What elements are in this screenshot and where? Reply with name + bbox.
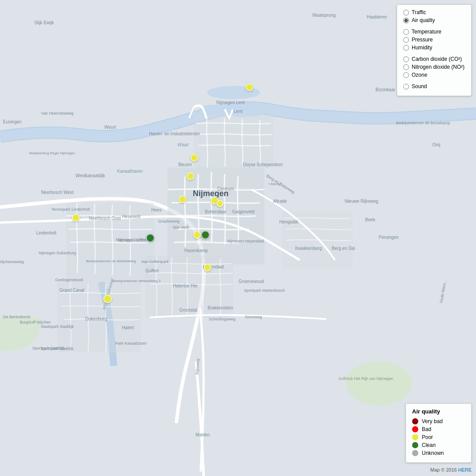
- svg-text:Wijchenseweg: Wijchenseweg: [0, 260, 24, 264]
- sensor-8[interactable]: [193, 231, 201, 239]
- svg-text:Nije Veld: Nije Veld: [173, 225, 189, 230]
- svg-text:Malden: Malden: [196, 432, 210, 437]
- svg-text:Nijmegen: Nijmegen: [193, 189, 228, 198]
- aq-clean-dot: [412, 442, 418, 448]
- svg-text:Grootstal: Grootstal: [179, 308, 197, 312]
- separator-1: [403, 25, 465, 29]
- svg-text:Scheidingsweg: Scheidingsweg: [209, 317, 236, 321]
- svg-text:Groenewoud: Groenewoud: [238, 279, 264, 284]
- layer-temperature-label: Temperature: [412, 29, 441, 35]
- svg-text:Bedrijventerrein Winkelsteeg 3: Bedrijventerrein Winkelsteeg 3: [113, 279, 161, 283]
- layer-temperature-radio[interactable]: [403, 29, 409, 35]
- svg-text:Waalsprong: Waalsprong: [312, 13, 336, 18]
- svg-text:Haven- en Industrieterrein: Haven- en Industrieterrein: [149, 131, 200, 136]
- separator-2: [403, 52, 465, 56]
- layer-ozone[interactable]: Ozone: [403, 72, 465, 78]
- aq-poor-dot: [412, 434, 418, 440]
- aq-clean-label: Clean: [422, 442, 435, 448]
- svg-text:Hatertse Hei: Hatertse Hei: [173, 283, 197, 288]
- sensor-1[interactable]: [245, 83, 253, 91]
- svg-text:Het Goffertpark: Het Goffertpark: [141, 260, 169, 264]
- layer-temperature[interactable]: Temperature: [403, 29, 465, 35]
- aq-legend-title: Air quality: [412, 408, 465, 415]
- svg-text:Weurt: Weurt: [104, 125, 116, 130]
- svg-text:Bedrijventerrein de Winkelstee: Bedrijventerrein de Winkelsteeg: [86, 259, 136, 263]
- svg-text:Bedrijventerrein de Bouwkamp: Bedrijventerrein de Bouwkamp: [396, 121, 450, 125]
- sensor-12[interactable]: [103, 294, 112, 303]
- svg-text:Brakkenstein: Brakkenstein: [208, 305, 233, 310]
- svg-text:Van Heemstraweg: Van Heemstraweg: [41, 111, 73, 115]
- aq-unknown-dot: [412, 450, 418, 456]
- layer-no2-radio[interactable]: [403, 64, 409, 70]
- layer-sound-radio[interactable]: [403, 84, 409, 89]
- aq-bad-dot: [412, 426, 418, 432]
- sensor-4[interactable]: [178, 195, 186, 203]
- svg-text:Neerbosch Oost: Neerbosch Oost: [89, 216, 121, 221]
- layer-no2[interactable]: Nitrogen dioxide (NO²): [403, 64, 465, 70]
- sensor-9[interactable]: [201, 231, 210, 239]
- svg-text:Berg en Dal: Berg en Dal: [332, 246, 355, 251]
- layer-co2[interactable]: Carbon dioxide (CO²): [403, 56, 465, 62]
- sensor-2[interactable]: [190, 154, 198, 162]
- svg-text:BurgGolf Wijchen: BurgGolf Wijchen: [20, 320, 51, 324]
- svg-text:Kanaalhaven: Kanaalhaven: [117, 169, 143, 174]
- layer-legend: Traffic Air quality Temperature Pressure…: [397, 4, 472, 96]
- svg-text:Nijmegen Goffert: Nijmegen Goffert: [118, 238, 148, 242]
- air-quality-legend: Air quality Very bad Bad Poor Clean Unkn…: [405, 403, 472, 463]
- sensor-6[interactable]: [216, 200, 223, 207]
- svg-text:Bizonbaai: Bizonbaai: [376, 87, 395, 92]
- layer-no2-label: Nitrogen dioxide (NO²): [412, 64, 465, 70]
- layer-humidity[interactable]: Humidity: [403, 45, 465, 51]
- layer-co2-radio[interactable]: [403, 56, 409, 62]
- layer-ozone-radio[interactable]: [403, 72, 409, 78]
- sensor-10[interactable]: [204, 264, 212, 271]
- svg-text:Bottendaal: Bottendaal: [205, 209, 226, 214]
- svg-rect-6: [194, 115, 273, 167]
- layer-traffic[interactable]: Traffic: [403, 9, 465, 15]
- svg-text:Lindenholt: Lindenholt: [36, 231, 56, 235]
- here-link[interactable]: HERE: [458, 467, 472, 472]
- layer-co2-label: Carbon dioxide (CO²): [412, 56, 462, 62]
- svg-text:Beek: Beek: [365, 217, 376, 222]
- layer-air-quality-radio[interactable]: [403, 18, 409, 23]
- svg-text:Westkanaaldijk: Westkanaaldijk: [75, 173, 105, 178]
- svg-text:Kwakkenberg: Kwakkenberg: [295, 246, 322, 251]
- svg-text:Euningen: Euningen: [3, 119, 22, 124]
- svg-point-2: [346, 361, 412, 405]
- layer-humidity-label: Humidity: [412, 45, 432, 51]
- sensor-11[interactable]: [72, 214, 80, 222]
- sensor-3[interactable]: [186, 172, 194, 180]
- svg-text:Haalderen: Haalderen: [367, 15, 387, 19]
- svg-text:Hatert: Hatert: [122, 325, 134, 330]
- map-container: Slijk Ewijk Haalderen Weurt Westkanaaldi…: [0, 0, 476, 476]
- svg-text:Dukenburg: Dukenburg: [86, 316, 107, 321]
- svg-text:Grand Canal: Grand Canal: [60, 288, 85, 293]
- svg-text:Park Kanaalzoom: Park Kanaalzoom: [115, 341, 146, 346]
- svg-text:Sportpark Marienbosch: Sportpark Marienbosch: [244, 288, 285, 293]
- layer-pressure-radio[interactable]: [403, 37, 409, 43]
- layer-humidity-radio[interactable]: [403, 45, 409, 51]
- layer-air-quality-label: Air quality: [412, 17, 435, 23]
- sensor-7[interactable]: [146, 234, 155, 242]
- aq-very-bad-dot: [412, 418, 418, 424]
- svg-text:Heseveld: Heseveld: [122, 214, 141, 219]
- svg-text:Persingen: Persingen: [379, 235, 398, 240]
- layer-ozone-label: Ozone: [412, 72, 427, 78]
- svg-text:Golfclub Het Rijk van Nijmegen: Golfclub Het Rijk van Nijmegen: [338, 376, 394, 381]
- separator-3: [403, 80, 465, 83]
- layer-sound[interactable]: Sound: [403, 83, 465, 89]
- aq-poor-label: Poor: [422, 434, 433, 440]
- svg-text:Nijmegen Lent: Nijmegen Lent: [216, 100, 245, 105]
- svg-text:Ooyse Schependom: Ooyse Schependom: [243, 162, 283, 167]
- aq-unknown: Unknown: [412, 450, 465, 456]
- svg-text:Geologenstrook: Geologenstrook: [55, 278, 83, 282]
- aq-very-bad: Very bad: [412, 418, 465, 424]
- layer-air-quality[interactable]: Air quality: [403, 17, 465, 23]
- layer-pressure[interactable]: Pressure: [403, 37, 465, 43]
- layer-traffic-radio[interactable]: [403, 10, 409, 15]
- svg-text:Rijksweg: Rijksweg: [195, 359, 200, 375]
- svg-text:Afvalwerking Regio Nijmegen: Afvalwerking Regio Nijmegen: [29, 151, 75, 155]
- svg-text:Tennispark Lindenholt: Tennispark Lindenholt: [51, 207, 90, 212]
- aq-unknown-label: Unknown: [422, 450, 444, 456]
- svg-text:Stadspark Staddijk: Stadspark Staddijk: [41, 324, 74, 329]
